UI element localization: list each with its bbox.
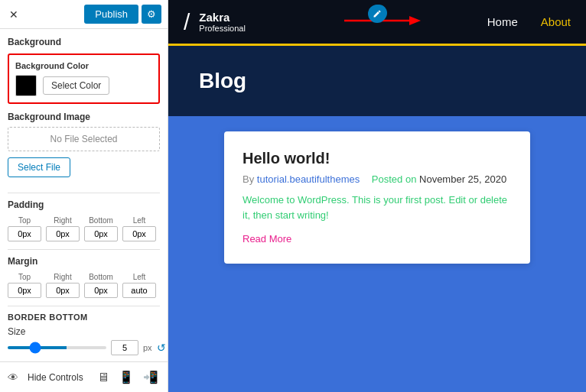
- padding-left-input[interactable]: [122, 226, 156, 241]
- settings-button[interactable]: ⚙: [142, 5, 161, 24]
- padding-right-group: Right: [46, 216, 80, 241]
- padding-top-label: Top: [18, 216, 31, 225]
- margin-bottom-group: Bottom: [84, 273, 118, 298]
- logo-text: Zakra Professional: [199, 11, 246, 33]
- size-label: Size: [8, 326, 160, 337]
- margin-right-input[interactable]: [46, 283, 80, 298]
- logo-area: / Zakra Professional: [184, 9, 246, 35]
- card-posted-label: Posted on: [372, 173, 417, 185]
- padding-bottom-input[interactable]: [84, 226, 118, 241]
- bottom-bar: 👁 Hide Controls 🖥 📱 📲: [0, 361, 168, 392]
- padding-fields: Top Right Bottom Left: [8, 216, 160, 241]
- margin-right-group: Right: [46, 273, 80, 298]
- margin-section: Margin Top Right Bottom Left: [8, 256, 160, 298]
- card-title: Hello world!: [243, 150, 512, 167]
- card-body: Welcome to WordPress. This is your first…: [243, 193, 512, 222]
- svg-marker-1: [409, 16, 421, 25]
- margin-top-label: Top: [18, 273, 31, 281]
- card-author: tutorial.beautifulthemes: [257, 173, 360, 185]
- size-input[interactable]: [111, 340, 138, 355]
- padding-bottom-label: Bottom: [89, 216, 113, 225]
- nav-home-link[interactable]: Home: [487, 15, 518, 28]
- divider-1: [8, 193, 160, 193]
- hero-title: Blog: [199, 69, 555, 93]
- left-panel: ✕ Publish ⚙ Background Background Color …: [0, 0, 168, 392]
- nav-links: Home About: [487, 15, 571, 28]
- logo-sub: Professional: [199, 24, 246, 33]
- close-button[interactable]: ✕: [6, 7, 21, 22]
- nav-about-link[interactable]: About: [541, 15, 571, 28]
- background-color-box: Background Color Select Color: [8, 53, 160, 104]
- preview-area: / Zakra Professional Home About Blog: [168, 0, 586, 392]
- margin-label: Margin: [8, 256, 160, 267]
- logo-brand: Zakra: [199, 11, 246, 24]
- no-file-box: No File Selected: [8, 127, 160, 151]
- margin-top-input[interactable]: [8, 283, 41, 298]
- border-bottom-section: BORDER BOTTOM Size px ↺ Color Select Col…: [8, 313, 160, 361]
- padding-label: Padding: [8, 199, 160, 210]
- color-row: Select Color: [15, 75, 152, 96]
- margin-top-group: Top: [8, 273, 41, 298]
- nav-bar: / Zakra Professional Home About: [168, 0, 586, 46]
- padding-right-label: Right: [54, 216, 71, 225]
- padding-section: Padding Top Right Bottom Left: [8, 199, 160, 241]
- margin-right-label: Right: [54, 273, 71, 281]
- padding-bottom-group: Bottom: [84, 216, 118, 241]
- publish-button[interactable]: Publish: [84, 5, 138, 24]
- mobile-button[interactable]: 📲: [142, 368, 160, 386]
- blog-content: Hello world! By tutorial.beautifulthemes…: [168, 116, 586, 392]
- tablet-button[interactable]: 📱: [117, 368, 135, 386]
- panel-content: Background Background Color Select Color…: [0, 29, 168, 361]
- margin-left-input[interactable]: [122, 283, 156, 298]
- logo-slash: /: [184, 9, 190, 35]
- hide-controls-text: Hide Controls: [28, 372, 83, 383]
- color-swatch-black: [15, 75, 37, 96]
- px-label: px: [143, 343, 152, 352]
- card-by-label: By: [243, 173, 254, 185]
- margin-bottom-label: Bottom: [89, 273, 113, 281]
- divider-2: [8, 249, 160, 250]
- padding-right-input[interactable]: [46, 226, 80, 241]
- select-file-button[interactable]: Select File: [8, 157, 70, 177]
- margin-fields: Top Right Bottom Left: [8, 273, 160, 298]
- padding-left-label: Left: [133, 216, 146, 225]
- margin-left-group: Left: [122, 273, 156, 298]
- divider-3: [8, 306, 160, 306]
- eye-icon[interactable]: 👁: [8, 371, 18, 384]
- card-meta: By tutorial.beautifulthemes Posted on No…: [243, 173, 512, 185]
- padding-left-group: Left: [122, 216, 156, 241]
- padding-top-group: Top: [8, 216, 41, 241]
- margin-bottom-input[interactable]: [84, 283, 118, 298]
- padding-top-input[interactable]: [8, 226, 41, 241]
- bg-image-label: Background Image: [8, 112, 160, 122]
- border-bottom-title: BORDER BOTTOM: [8, 313, 160, 322]
- hero-section: Blog: [168, 46, 586, 116]
- reset-button[interactable]: ↺: [157, 342, 166, 354]
- bg-color-label: Background Color: [15, 61, 152, 70]
- blog-card: Hello world! By tutorial.beautifulthemes…: [224, 131, 530, 264]
- margin-left-label: Left: [133, 273, 146, 281]
- select-color-button[interactable]: Select Color: [43, 76, 109, 95]
- card-date: November 25, 2020: [419, 173, 506, 185]
- background-section-title: Background: [8, 37, 160, 47]
- size-slider[interactable]: [8, 346, 106, 349]
- edit-nav-icon[interactable]: [368, 5, 386, 23]
- device-icons: 🖥 📱 📲: [96, 368, 160, 386]
- read-more-link[interactable]: Read More: [243, 233, 291, 245]
- size-row: px ↺: [8, 340, 160, 355]
- desktop-button[interactable]: 🖥: [96, 368, 111, 386]
- top-bar: ✕ Publish ⚙: [0, 0, 168, 29]
